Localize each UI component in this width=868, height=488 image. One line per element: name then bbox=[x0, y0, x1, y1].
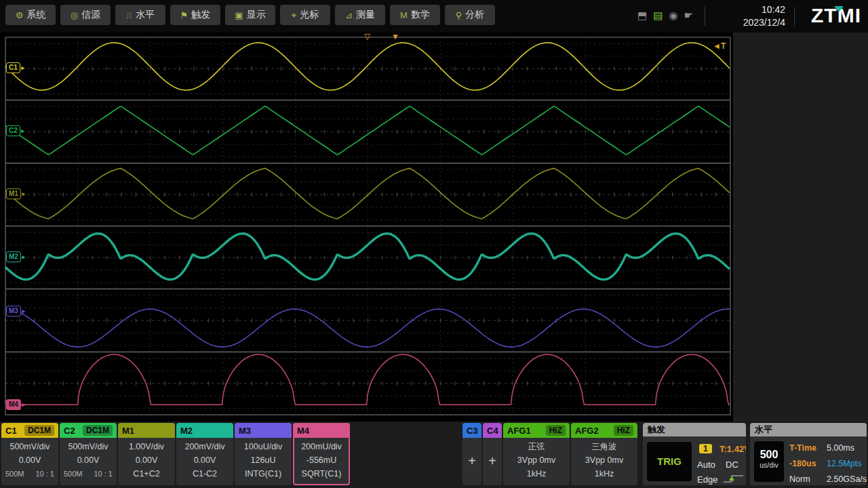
channel-readouts: 200mV/div0.00VC1-C2 bbox=[176, 438, 233, 481]
channel-box-afg1[interactable]: AFG1HiZ正弦3Vpp 0mv1kHz bbox=[503, 423, 570, 485]
readout-row: INTG(C1) bbox=[236, 467, 290, 481]
channel-box-m1[interactable]: M11.00V/div0.00VC1+C2 bbox=[118, 423, 175, 485]
menu-button-6[interactable]: ⌖光标 bbox=[280, 5, 330, 25]
channel-box-afg2[interactable]: AFG2HiZ三角波3Vpp 0mv1kHz bbox=[571, 423, 637, 485]
trigger-mode: Auto bbox=[697, 460, 715, 470]
hz-value-0: 5.00ms bbox=[827, 443, 854, 453]
top-menu-bar: ⚙系统◎信源⎍水平⚑触发▣显示⌖光标⊿测量M数学⚲分析 ⬒▤◉☛ 10:42 2… bbox=[0, 0, 868, 33]
menu-button-4[interactable]: ⚑触发 bbox=[170, 5, 220, 25]
menu-button-2[interactable]: ◎信源 bbox=[60, 5, 111, 25]
channel-header: M2 bbox=[176, 423, 233, 438]
add-channel-c3[interactable]: C3+ bbox=[462, 423, 481, 485]
timebase-unit: us/div bbox=[754, 461, 784, 469]
channel-box-m3[interactable]: M3100uU/div126uUINTG(C1) bbox=[235, 423, 292, 485]
channel-header: M4 bbox=[293, 423, 350, 438]
trigger-level-value: T:1.42V bbox=[719, 444, 746, 454]
graticule-plot bbox=[0, 33, 733, 422]
channel-label: M3 bbox=[239, 426, 251, 436]
cursor-icon: ⌖ bbox=[292, 11, 296, 20]
menu-label: 信源 bbox=[81, 9, 100, 21]
probe-row: 500M10 : 1 bbox=[60, 467, 117, 481]
hz-label-0: T-Time bbox=[789, 443, 816, 453]
trigger-source-box[interactable]: TRIG bbox=[647, 442, 692, 481]
menu-label: 显示 bbox=[247, 9, 266, 21]
waveform-area[interactable]: C1▸C2▸M1▸M2▸M3▸M4▸▽▼◄T bbox=[0, 33, 733, 422]
oscilloscope-screen: ⚙系统◎信源⎍水平⚑触发▣显示⌖光标⊿测量M数学⚲分析 ⬒▤◉☛ 10:42 2… bbox=[0, 0, 868, 488]
monitor-icon: ⬒ bbox=[637, 8, 647, 23]
readout-row: C1+C2 bbox=[119, 467, 174, 481]
trigger-panel[interactable]: 触发 TRIG 1 T:1.42V Auto DC Edge bbox=[643, 423, 746, 485]
readout-row: 0.00V bbox=[61, 453, 115, 467]
clock: 10:42 2023/12/4 bbox=[743, 3, 785, 29]
channel-marker-c1[interactable]: C1▸ bbox=[6, 62, 20, 73]
channel-readouts: 200mU/div-556mUSQRT(C1) bbox=[293, 438, 350, 481]
hz-label-1: -180us bbox=[789, 459, 816, 468]
trigger-panel-title: 触发 bbox=[643, 423, 746, 436]
add-channel-plus[interactable]: + bbox=[462, 438, 481, 482]
menu-button-3[interactable]: ⎍水平 bbox=[115, 5, 165, 25]
channel-marker-c2[interactable]: C2▸ bbox=[6, 125, 20, 136]
channel-label: C2 bbox=[64, 426, 75, 436]
channel-readouts: 三角波3Vpp 0mv1kHz bbox=[571, 438, 637, 481]
trigger-position-marker[interactable]: ▼ bbox=[391, 33, 399, 40]
menu-button-5[interactable]: ▣显示 bbox=[225, 5, 275, 25]
channel-marker-m1[interactable]: M1▸ bbox=[6, 188, 21, 199]
channel-marker-m3[interactable]: M3▸ bbox=[6, 306, 21, 317]
readout-row: -556mU bbox=[294, 453, 349, 467]
trigger-flag-icon: ⚑ bbox=[180, 11, 189, 20]
trigger-delay-marker[interactable]: ▽ bbox=[364, 33, 370, 40]
channel-box-c2[interactable]: C2DC1M500mV/div0.00V500M10 : 1 bbox=[60, 423, 117, 485]
channel-header: C2DC1M bbox=[60, 423, 117, 438]
menu-label: 系统 bbox=[26, 9, 45, 21]
channel-label: C4 bbox=[487, 426, 498, 436]
channel-label: AFG2 bbox=[575, 426, 599, 436]
menu-button-8[interactable]: M数学 bbox=[390, 5, 440, 25]
menu-button-7[interactable]: ⊿测量 bbox=[335, 5, 385, 25]
add-channel-c4[interactable]: C4+ bbox=[483, 423, 502, 485]
channel-label: C3 bbox=[467, 426, 478, 436]
channel-box-m4[interactable]: M4200mU/div-556mUSQRT(C1) bbox=[293, 423, 350, 485]
hz-label-2: Norm bbox=[789, 474, 810, 484]
coupling-badge: DC1M bbox=[24, 425, 54, 436]
topbar-divider bbox=[705, 7, 705, 26]
channel-readouts: 正弦3Vpp 0mv1kHz bbox=[503, 438, 570, 481]
readout-row: 1kHz bbox=[572, 467, 636, 481]
channel-label: AFG1 bbox=[507, 426, 531, 436]
menu-label: 数学 bbox=[411, 9, 430, 21]
horizontal-panel-title: 水平 bbox=[750, 423, 867, 436]
readout-row: 0.00V bbox=[178, 453, 232, 467]
menu-button-1[interactable]: ⚙系统 bbox=[5, 5, 56, 25]
menu-label: 触发 bbox=[191, 9, 210, 21]
channel-marker-m2[interactable]: M2▸ bbox=[6, 251, 21, 262]
add-channel-plus[interactable]: + bbox=[483, 438, 502, 482]
menu-label: 水平 bbox=[136, 9, 155, 21]
readout-row: 1kHz bbox=[505, 467, 568, 481]
readout-row: 1.00V/div bbox=[119, 440, 174, 453]
readout-row: 500mV/div bbox=[3, 440, 57, 453]
hz-value-1: 12.5Mpts bbox=[827, 459, 861, 468]
channel-readouts: 500mV/div0.00V bbox=[60, 438, 117, 467]
channel-header: C4 bbox=[483, 423, 502, 438]
trigger-coupling: DC bbox=[726, 460, 738, 470]
channel-label: M1 bbox=[122, 426, 134, 436]
readout-row: 0.00V bbox=[3, 453, 57, 467]
rising-edge-icon bbox=[723, 473, 745, 484]
channel-box-m2[interactable]: M2200mV/div0.00VC1-C2 bbox=[176, 423, 233, 485]
trigger-level-indicator[interactable]: ◄T bbox=[713, 41, 726, 51]
coupling-badge: DC1M bbox=[83, 425, 113, 436]
menu-label: 测量 bbox=[356, 9, 375, 21]
readout-row: 3Vpp 0mv bbox=[505, 453, 568, 467]
readout-row: SQRT(C1) bbox=[294, 467, 349, 481]
readout-row: 3Vpp 0mv bbox=[572, 453, 636, 467]
right-menu-panel bbox=[733, 33, 868, 422]
measure-icon: ⊿ bbox=[345, 11, 353, 20]
horizontal-panel[interactable]: 水平 500 us/div T-Time5.00ms-180us12.5Mpts… bbox=[750, 423, 867, 485]
channel-box-c1[interactable]: C1DC1M500mV/div0.00V500M10 : 1 bbox=[1, 423, 58, 485]
timebase-box[interactable]: 500 us/div bbox=[754, 441, 784, 482]
gesture-icon: ☛ bbox=[684, 8, 693, 23]
readout-row: 200mV/div bbox=[178, 440, 232, 453]
channel-marker-m4[interactable]: M4▸ bbox=[6, 399, 21, 410]
channel-header: C3 bbox=[462, 423, 481, 438]
menu-button-9[interactable]: ⚲分析 bbox=[445, 5, 495, 25]
touch-icon: ◉ bbox=[669, 8, 677, 23]
